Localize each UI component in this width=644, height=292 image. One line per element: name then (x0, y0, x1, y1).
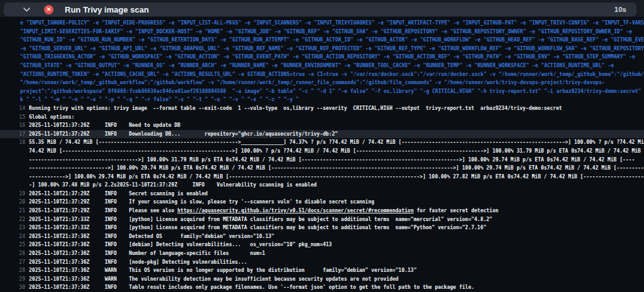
log-line-text: 2025-11-10T21:37:26Z INFO Need to update… (29, 121, 644, 130)
log-line: 222025-11-10T21:37:33Z INFO [python] Lic… (0, 215, 644, 224)
log-line-text: 2025-11-10T21:37:36Z WARN This OS versio… (29, 266, 644, 275)
log-line-number[interactable]: 26 (0, 249, 29, 258)
log-line: 282025-11-10T21:37:36Z WARN This OS vers… (0, 266, 644, 275)
log-line: -------------------------->] 100.00% 29.… (0, 164, 644, 173)
log-command-row: "GITHUB_RUN_ID" -e "GITHUB_RUN_NUMBER" -… (0, 36, 644, 45)
log-line-text: -------------------------->] 100.00% 29.… (29, 164, 644, 173)
log-command-row: "/home/runner/work/_temp/_github_workflo… (0, 78, 644, 87)
step-title: Run Trivy image scan (65, 5, 614, 14)
log-command-row: -e "GITHUB_SERVER_URL" -e "GITHUB_API_UR… (0, 45, 644, 53)
log-line-number[interactable]: 15 (0, 113, 29, 122)
log-line: 15Global options: (0, 113, 644, 122)
log-line-number[interactable]: 16 (0, 121, 29, 130)
log-command-text: k " "-l " "-m " "-n " "-o " "-p " "-q " … (20, 95, 644, 104)
log-line: ------------>] 100.00% 29.74 MiB p/s ETA… (0, 173, 644, 181)
log-line: 292025-11-10T21:37:36Z WARN The vulnerab… (0, 275, 644, 284)
log-line-number[interactable]: 21 (0, 207, 29, 215)
log-line: 14Running trivy with options: trivy imag… (0, 104, 644, 113)
log-command-row: "INPUT_LIMIT-SEVERITIES-FOR-SARIF" -e "I… (0, 28, 644, 36)
log-output[interactable]: e "INPUT_IGNORE-POLICY" -e "INPUT_HIDE-P… (0, 17, 644, 292)
log-line-number[interactable]: 19 (0, 190, 29, 198)
log-line: -] 100.00% 37.48 MiB p/s 2.2s2025-11-10T… (0, 181, 644, 190)
log-command-row: "GITHUB_TRIGGERING_ACTOR" -e "GITHUB_WOR… (0, 53, 644, 62)
log-command-text: "ACTIONS_RUNTIME_TOKEN" -e "ACTIONS_CACH… (20, 70, 644, 79)
log-line-text: ------------------------------------>] 1… (29, 156, 644, 165)
log-line-text: 55.35 MiB / 74.42 MiB [-----------------… (29, 138, 644, 147)
log-line-text: 74.42 MiB [-----------------------------… (29, 147, 644, 156)
log-line-text: Running trivy with options: trivy image … (29, 104, 644, 113)
log-line-text: 2025-11-10T21:37:36Z INFO Table result i… (29, 283, 644, 292)
log-command-text: "/home/runner/work/_temp/_github_workflo… (20, 78, 644, 87)
log-line-number[interactable]: 20 (0, 198, 29, 207)
log-line-number[interactable]: 22 (0, 215, 29, 224)
log-header-strip: ✕ Run Trivy image scan 10s (0, 0, 644, 17)
log-line-number[interactable]: 27 (0, 258, 29, 267)
log-line-text: ------------>] 100.00% 29.74 MiB p/s ETA… (29, 173, 644, 181)
log-line-text: 2025-11-10T21:37:26Z INFO Downloading DB… (29, 130, 644, 139)
log-line: 272025-11-10T21:37:36Z INFO [node-pkg] D… (0, 258, 644, 267)
log-command-text: "GITHUB_STATE" -e "GITHUB_OUTPUT" -e "RU… (20, 62, 644, 70)
failure-status-icon: ✕ (44, 5, 53, 14)
log-link[interactable]: https://aquasecurity.github.io/trivy/v0.… (177, 208, 414, 214)
log-line-text: 2025-11-10T21:37:33Z INFO [python] Licen… (29, 224, 644, 232)
log-command-text: "INPUT_LIMIT-SEVERITIES-FOR-SARIF" -e "I… (20, 28, 644, 36)
log-line-text: Global options: (29, 113, 644, 122)
log-command-text: project":"/github/workspace" 8f6868:fceb… (20, 87, 644, 96)
log-line-number[interactable]: 28 (0, 266, 29, 275)
log-line: 252025-11-10T21:37:36Z INFO [debian] Det… (0, 241, 644, 249)
log-command-text: "GITHUB_RUN_ID" -e "GITHUB_RUN_NUMBER" -… (20, 36, 644, 45)
log-line-text: 2025-11-10T21:37:29Z INFO Secret scannin… (29, 190, 644, 198)
log-line-text: 2025-11-10T21:37:29Z INFO If your scanni… (29, 198, 644, 207)
log-line-number[interactable]: 25 (0, 241, 29, 249)
log-line-suffix: for faster secret detection (414, 208, 499, 214)
log-line-text: 2025-11-10T21:37:36Z INFO [node-pkg] Det… (29, 258, 644, 267)
log-command-row: "ACTIONS_RUNTIME_TOKEN" -e "ACTIONS_CACH… (0, 70, 644, 79)
log-line: 74.42 MiB [-----------------------------… (0, 147, 644, 156)
log-command-text: "GITHUB_TRIGGERING_ACTOR" -e "GITHUB_WOR… (20, 53, 644, 62)
log-line-text: 2025-11-10T21:37:36Z INFO Detected OS fa… (29, 232, 644, 241)
step-duration: 10s (614, 6, 626, 13)
log-line-text: 2025-11-10T21:37:29Z INFO Please see als… (29, 207, 644, 215)
log-line-number[interactable]: 24 (0, 232, 29, 241)
log-command-row: e "INPUT_IGNORE-POLICY" -e "INPUT_HIDE-P… (0, 19, 644, 28)
log-line: 202025-11-10T21:37:29Z INFO If your scan… (0, 198, 644, 207)
log-line: 1855.35 MiB / 74.42 MiB [---------------… (0, 138, 644, 147)
log-line-number[interactable]: 30 (0, 283, 29, 292)
log-command-text: -e "GITHUB_SERVER_URL" -e "GITHUB_API_UR… (20, 45, 644, 53)
log-line: 192025-11-10T21:37:29Z INFO Secret scann… (0, 190, 644, 198)
log-line-number[interactable]: 23 (0, 224, 29, 232)
log-command-text: e "INPUT_IGNORE-POLICY" -e "INPUT_HIDE-P… (20, 19, 644, 28)
log-line-prefix: 2025-11-10T21:37:29Z INFO Please see als… (29, 208, 177, 214)
step-header[interactable]: ✕ Run Trivy image scan 10s (4, 3, 636, 16)
log-line: 242025-11-10T21:37:36Z INFO Detected OS … (0, 232, 644, 241)
log-line: ------------------------------------>] 1… (0, 156, 644, 165)
log-line-number[interactable]: 14 (0, 104, 29, 113)
chevron-down-icon[interactable] (23, 6, 30, 13)
log-command-row: "GITHUB_STATE" -e "GITHUB_OUTPUT" -e "RU… (0, 62, 644, 70)
log-line: 172025-11-10T21:37:26Z INFO Downloading … (0, 130, 644, 139)
log-line: 302025-11-10T21:37:36Z INFO Table result… (0, 283, 644, 292)
log-line-number[interactable]: 18 (0, 138, 29, 147)
log-command-row: project":"/github/workspace" 8f6868:fceb… (0, 87, 644, 96)
log-line-text: 2025-11-10T21:37:33Z INFO [python] Licen… (29, 215, 644, 224)
log-line: 212025-11-10T21:37:29Z INFO Please see a… (0, 207, 644, 215)
log-line-number[interactable]: 17 (0, 130, 29, 139)
log-line: 232025-11-10T21:37:33Z INFO [python] Lic… (0, 224, 644, 232)
log-line: 162025-11-10T21:37:26Z INFO Need to upda… (0, 121, 644, 130)
log-command-row: k " "-l " "-m " "-n " "-o " "-p " "-q " … (0, 95, 644, 104)
log-line-text: -] 100.00% 37.48 MiB p/s 2.2s2025-11-10T… (29, 181, 644, 190)
log-line-text: 2025-11-10T21:37:36Z INFO Number of lang… (29, 249, 644, 258)
log-line-text: 2025-11-10T21:37:36Z INFO [debian] Detec… (29, 241, 644, 249)
log-line-number[interactable]: 29 (0, 275, 29, 284)
log-line-text: 2025-11-10T21:37:36Z WARN The vulnerabil… (29, 275, 644, 284)
log-line: 262025-11-10T21:37:36Z INFO Number of la… (0, 249, 644, 258)
